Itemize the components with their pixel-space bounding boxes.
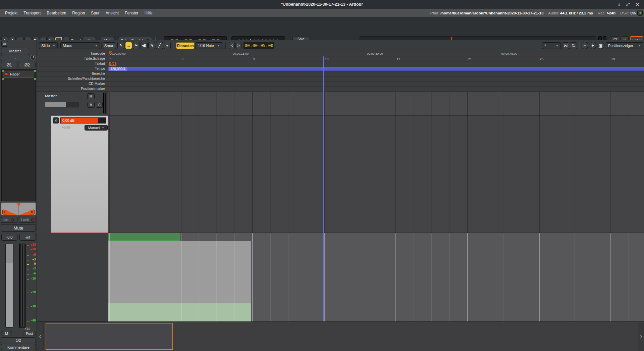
lock-button[interactable]: Lock	[19, 217, 36, 223]
ruler-row-content[interactable]	[108, 82, 644, 86]
zoom-out-icon[interactable]: −	[581, 42, 588, 49]
menu-ansicht[interactable]: Ansicht	[103, 11, 122, 15]
comments-button[interactable]: Kommentare	[1, 344, 36, 350]
ruler-row-content[interactable]	[108, 87, 644, 91]
selection-region-top[interactable]	[108, 241, 251, 303]
restore-icon[interactable]: ⤢	[626, 2, 630, 7]
edit-mode-dropdown[interactable]: Slide▼	[39, 42, 58, 49]
track-automation-button[interactable]: A	[87, 102, 95, 108]
summary-collapse-left[interactable]: ❮	[37, 321, 44, 351]
status-led-button[interactable]	[637, 10, 643, 16]
master-track-lane[interactable]	[108, 92, 644, 116]
ruler-row-content[interactable]: 4/4	[108, 61, 644, 66]
menu-transport[interactable]: Transport	[20, 11, 44, 15]
cut-tool-icon[interactable]: ✂	[133, 42, 140, 49]
ruler-row-5[interactable]: Schleifen/Punchbereiche	[37, 77, 644, 82]
mute-button[interactable]: Mute	[1, 224, 36, 232]
track-mute-button[interactable]: M	[87, 93, 95, 99]
tempo-chip[interactable]: 120,000/4	[109, 67, 127, 71]
processor-active-led[interactable]	[5, 72, 8, 76]
ruler-row-content[interactable]: 120,000/4	[108, 66, 644, 71]
menu-bearbeiten[interactable]: Bearbeiten	[44, 11, 69, 15]
balance-widget[interactable]: L R	[1, 202, 36, 215]
draw-automation-tool-icon[interactable]: ≈	[164, 42, 171, 49]
ruler-row-content[interactable]	[108, 71, 644, 76]
session-summary[interactable]	[44, 321, 638, 351]
nudge-back-button[interactable]: <	[229, 42, 235, 49]
track-gain-slider[interactable]	[45, 102, 78, 107]
automation-lane[interactable]	[108, 116, 644, 233]
meter-point-button[interactable]: Post	[23, 331, 36, 336]
editor-canvas[interactable]	[108, 92, 644, 321]
trim-knob[interactable]	[30, 55, 36, 60]
ruler-row-label: Bereiche	[37, 71, 108, 76]
grid-unit-dropdown[interactable]: 1/16 Note▼	[196, 42, 222, 49]
channels-button[interactable]: 1/2	[1, 337, 36, 343]
stretch-tool-icon[interactable]: ⇆	[148, 42, 155, 49]
summary-view-rect[interactable]	[46, 323, 173, 350]
processor-fader-entry[interactable]: Fader	[3, 71, 34, 78]
meter-type-label[interactable]: K14	[25, 328, 30, 331]
range-tool-icon[interactable]: ↔	[125, 42, 132, 49]
menu-hilfe[interactable]: Hilfe	[142, 11, 156, 15]
ruler-row-7[interactable]: Positionsmarker	[37, 87, 644, 92]
automation-value-bar[interactable]: 0,00 dB	[60, 117, 106, 123]
menu-fenster[interactable]: Fenster	[122, 11, 142, 15]
marker-dropdown[interactable]: *▼	[542, 42, 561, 49]
grab-tool-icon[interactable]: ↖	[117, 42, 124, 49]
close-icon[interactable]: ✕	[636, 2, 639, 7]
ruler-row-3[interactable]: Tempo120,000/4	[37, 66, 644, 71]
gain-fader[interactable]	[5, 244, 13, 328]
automation-mode-dropdown[interactable]: Manuell ▼	[85, 125, 108, 131]
ruler-row-content[interactable]	[108, 77, 644, 81]
gridline-minor	[414, 92, 414, 233]
ruler-row-4[interactable]: Bereiche	[37, 71, 644, 77]
playhead-marker-icon[interactable]	[109, 51, 112, 55]
nudge-clock[interactable]: 00:00:05:00	[244, 42, 274, 49]
gridline-minor	[593, 92, 593, 233]
zoom-fit-icon[interactable]: ▣	[597, 42, 604, 49]
path-label: Pfad:	[430, 11, 439, 15]
edit-point-dropdown[interactable]: Maus▼	[60, 42, 100, 49]
smart-mode-button[interactable]: Smart	[103, 42, 116, 49]
nudge-forward-button[interactable]: >	[235, 42, 241, 49]
mono-button[interactable]: M	[1, 331, 12, 336]
zoom-in-icon[interactable]: +	[589, 42, 596, 49]
gridline-major	[324, 233, 325, 321]
titlebar[interactable]: *Unbenannt-2020-11-30-17-21-13 - Ardour …	[0, 0, 644, 9]
gain-display[interactable]: -0,0	[1, 234, 17, 241]
peak-display[interactable]: -inf	[19, 234, 36, 241]
zoom-selection-icon[interactable]: ⋈	[562, 42, 569, 49]
draw-line-tool-icon[interactable]: ╱	[156, 42, 163, 49]
taktart-chip[interactable]: 4/4	[109, 62, 116, 66]
expand-tracks-icon[interactable]: ⇅	[570, 42, 577, 49]
summary-collapse-right[interactable]: ❯	[638, 321, 644, 351]
automation-hide-button[interactable]: ✕	[53, 117, 59, 123]
track-group-button[interactable]: G	[96, 102, 103, 108]
ruler-row-content[interactable]: 1591317212529	[108, 56, 644, 61]
automation-header[interactable]: ✕ 0,00 dB Fader Manuell ▼	[51, 115, 108, 233]
ruler-row-0[interactable]: Timecode00:00:00:0000:00:15:0000:00:30:0…	[37, 51, 644, 56]
ruler-row-6[interactable]: CD-Marker	[37, 82, 644, 87]
snap-button[interactable]: Einrasten	[176, 42, 195, 49]
gridline-major	[252, 92, 253, 233]
audition-tool-icon[interactable]: ◀)	[141, 42, 148, 49]
output-button[interactable]: -	[1, 55, 29, 61]
menu-projekt[interactable]: Projekt	[2, 11, 20, 15]
minimize-icon[interactable]: ⤓	[618, 2, 620, 7]
playhead[interactable]	[109, 51, 109, 321]
ruler-row-2[interactable]: Taktart4/4	[37, 61, 644, 66]
menu-region[interactable]: Region	[69, 11, 88, 15]
ruler-row-content[interactable]: 00:00:00:0000:00:15:0000:00:30:0000:00:4…	[108, 51, 644, 56]
iso-button[interactable]: Iso	[1, 217, 17, 223]
processor-box[interactable]: Fader	[1, 69, 36, 201]
zoom-focus-dropdown[interactable]: Positionszeiger▼	[606, 42, 643, 49]
phase-2-button[interactable]: Ø2	[19, 62, 36, 68]
track-name[interactable]: Master	[45, 94, 57, 98]
tempo-bar[interactable]: 120,000/4	[108, 67, 644, 71]
strip-name-button[interactable]: Master	[1, 48, 29, 54]
editor-list-icon[interactable]: ▭	[1, 41, 8, 47]
phase-1-button[interactable]: Ø1	[1, 62, 17, 68]
ruler-row-1[interactable]: Takte:Schläge1591317212529	[37, 56, 644, 61]
menu-spur[interactable]: Spur	[88, 11, 102, 15]
